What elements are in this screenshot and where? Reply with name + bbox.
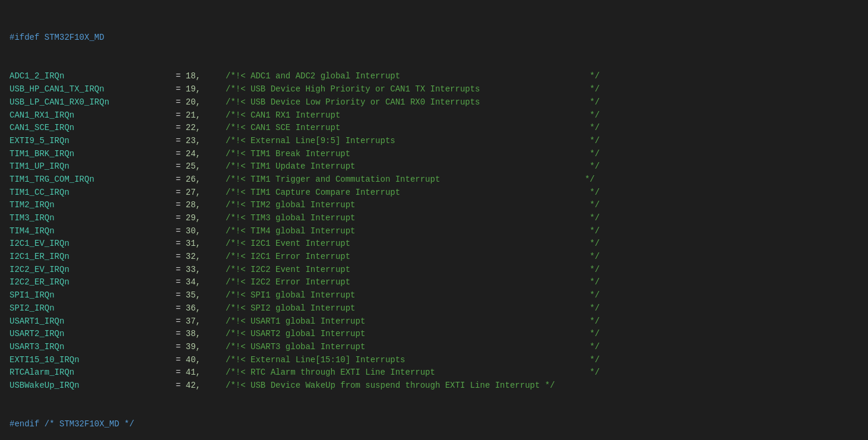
irq-comment: /*!< USB Device WakeUp from suspend thro… [226, 379, 555, 392]
spacer [201, 186, 226, 200]
irq-value: 42, [186, 379, 201, 392]
irq-comment: /*!< I2C2 Event Interrupt */ [226, 264, 600, 277]
equals-operator: = [176, 135, 186, 148]
irq-name: TIM1_TRG_COM_IRQn [9, 173, 176, 186]
irq-name: ADC1_2_IRQn [9, 70, 176, 83]
spacer [201, 276, 226, 289]
table-row: I2C1_ER_IRQn = 32, /*!< I2C1 Error Inter… [9, 251, 859, 264]
equals-operator: = [176, 160, 186, 173]
equals-operator: = [176, 379, 186, 392]
equals-operator: = [176, 366, 186, 379]
irq-name: USB_HP_CAN1_TX_IRQn [9, 83, 176, 96]
irq-value: 38, [186, 328, 201, 341]
equals-operator: = [176, 289, 186, 302]
table-row: USART3_IRQn = 39, /*!< USART3 global Int… [9, 341, 859, 354]
irq-comment: /*!< TIM1 Capture Compare Interrupt */ [226, 186, 600, 200]
spacer [201, 199, 226, 212]
irq-value: 23, [186, 135, 201, 148]
irq-name: I2C1_EV_IRQn [9, 238, 176, 251]
irq-value: 29, [186, 212, 201, 225]
irq-value: 24, [186, 148, 201, 161]
table-row: USART2_IRQn = 38, /*!< USART2 global Int… [9, 328, 859, 341]
irq-comment: /*!< USART1 global Interrupt */ [226, 315, 600, 328]
irq-value: 25, [186, 160, 201, 173]
table-row: TIM3_IRQn = 29, /*!< TIM3 global Interru… [9, 212, 859, 225]
spacer [201, 122, 226, 135]
equals-operator: = [176, 328, 186, 341]
irq-value: 32, [186, 251, 201, 264]
irq-value: 26, [186, 173, 201, 186]
preprocessor-ifdef: #ifdef STM32F10X_MD [9, 31, 859, 45]
equals-operator: = [176, 354, 186, 367]
spacer [201, 379, 226, 392]
irq-value: 18, [186, 70, 201, 83]
irq-name: TIM4_IRQn [9, 225, 176, 238]
irq-comment: /*!< TIM3 global Interrupt */ [226, 212, 600, 225]
equals-operator: = [176, 302, 186, 315]
irq-comment: /*!< SPI1 global Interrupt */ [226, 289, 600, 302]
irq-name: USART2_IRQn [9, 328, 176, 341]
irq-comment: /*!< CAN1 SCE Interrupt */ [226, 122, 600, 135]
irq-value: 27, [186, 186, 201, 200]
spacer [201, 173, 226, 186]
spacer [201, 366, 226, 379]
equals-operator: = [176, 148, 186, 161]
table-row: ADC1_2_IRQn = 18, /*!< ADC1 and ADC2 glo… [9, 70, 859, 83]
irq-name: SPI1_IRQn [9, 289, 176, 302]
equals-operator: = [176, 186, 186, 200]
ifdef-directive: #ifdef STM32F10X_MD [9, 31, 104, 45]
equals-operator: = [176, 341, 186, 354]
irq-value: 35, [186, 289, 201, 302]
irq-value: 34, [186, 276, 201, 289]
spacer [201, 83, 226, 96]
irq-name: I2C2_EV_IRQn [9, 264, 176, 277]
spacer [201, 148, 226, 161]
table-row: TIM1_UP_IRQn = 25, /*!< TIM1 Update Inte… [9, 160, 859, 173]
irq-value: 37, [186, 315, 201, 328]
table-row: I2C2_ER_IRQn = 34, /*!< I2C2 Error Inter… [9, 276, 859, 289]
spacer [201, 109, 226, 122]
irq-value: 22, [186, 122, 201, 135]
irq-value: 33, [186, 264, 201, 277]
spacer [201, 238, 226, 251]
table-row: SPI2_IRQn = 36, /*!< SPI2 global Interru… [9, 302, 859, 315]
irq-value: 31, [186, 238, 201, 251]
table-row: SPI1_IRQn = 35, /*!< SPI1 global Interru… [9, 289, 859, 302]
equals-operator: = [176, 83, 186, 96]
equals-operator: = [176, 238, 186, 251]
equals-operator: = [176, 109, 186, 122]
equals-operator: = [176, 264, 186, 277]
equals-operator: = [176, 70, 186, 83]
spacer [201, 302, 226, 315]
table-row: I2C2_EV_IRQn = 33, /*!< I2C2 Event Inter… [9, 264, 859, 277]
spacer [201, 135, 226, 148]
table-row: CAN1_SCE_IRQn = 22, /*!< CAN1 SCE Interr… [9, 122, 859, 135]
irq-name: EXTI9_5_IRQn [9, 135, 176, 148]
irq-name: TIM2_IRQn [9, 199, 176, 212]
irq-comment: /*!< TIM1 Break Interrupt */ [226, 148, 600, 161]
spacer [201, 96, 226, 109]
spacer [201, 341, 226, 354]
irq-name: USB_LP_CAN1_RX0_IRQn [9, 96, 176, 109]
table-row: USB_HP_CAN1_TX_IRQn = 19, /*!< USB Devic… [9, 83, 859, 96]
irq-comment: /*!< I2C2 Error Interrupt */ [226, 276, 600, 289]
equals-operator: = [176, 96, 186, 109]
spacer [201, 70, 226, 83]
irq-comment: /*!< TIM4 global Interrupt */ [226, 225, 600, 238]
spacer [201, 264, 226, 277]
table-row: USBWakeUp_IRQn = 42, /*!< USB Device Wak… [9, 379, 859, 392]
irq-name: USART3_IRQn [9, 341, 176, 354]
irq-name: TIM1_BRK_IRQn [9, 148, 176, 161]
irq-comment: /*!< TIM1 Trigger and Commutation Interr… [226, 173, 595, 186]
table-row: TIM1_CC_IRQn = 27, /*!< TIM1 Capture Com… [9, 186, 859, 200]
irq-comment: /*!< I2C1 Event Interrupt */ [226, 238, 600, 251]
irq-value: 20, [186, 96, 201, 109]
irq-name: TIM3_IRQn [9, 212, 176, 225]
endif-directive: #endif /* STM32F10X_MD */ [9, 418, 134, 431]
irq-name: I2C1_ER_IRQn [9, 251, 176, 264]
irq-comment: /*!< ADC1 and ADC2 global Interrupt */ [226, 70, 600, 83]
irq-comment: /*!< USB Device Low Priority or CAN1 RX0… [226, 96, 600, 109]
table-row: USB_LP_CAN1_RX0_IRQn = 20, /*!< USB Devi… [9, 96, 859, 109]
table-row: I2C1_EV_IRQn = 31, /*!< I2C1 Event Inter… [9, 238, 859, 251]
irq-comment: /*!< External Line[15:10] Interrupts */ [226, 354, 600, 367]
